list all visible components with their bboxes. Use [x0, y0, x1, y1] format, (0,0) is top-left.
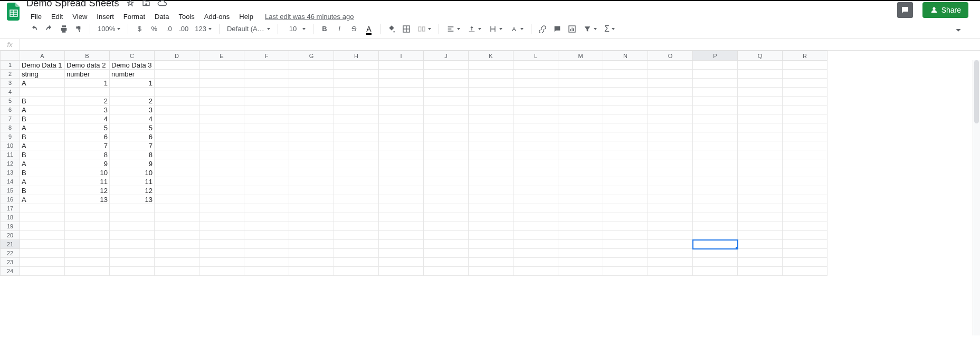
- insert-link-button[interactable]: [536, 22, 549, 36]
- cell-O2[interactable]: [648, 70, 693, 79]
- cell-L21[interactable]: [513, 240, 558, 249]
- cell-D19[interactable]: [155, 222, 199, 231]
- cell-C15[interactable]: 12: [110, 186, 155, 195]
- row-header-3[interactable]: 3: [1, 79, 20, 88]
- cell-B9[interactable]: 6: [65, 132, 110, 141]
- cell-I7[interactable]: [379, 114, 424, 123]
- cell-A2[interactable]: string: [20, 70, 65, 79]
- cell-E7[interactable]: [199, 114, 244, 123]
- cell-L16[interactable]: [513, 195, 558, 204]
- cell-I2[interactable]: [379, 70, 424, 79]
- cell-C11[interactable]: 8: [110, 150, 155, 159]
- more-formats-dropdown[interactable]: 123: [192, 22, 215, 36]
- undo-button[interactable]: [15, 23, 26, 35]
- cell-M23[interactable]: [558, 258, 603, 267]
- cell-J7[interactable]: [424, 114, 469, 123]
- cell-N9[interactable]: [603, 132, 648, 141]
- cell-N21[interactable]: [603, 240, 648, 249]
- cell-O19[interactable]: [648, 222, 693, 231]
- cell-E9[interactable]: [199, 132, 244, 141]
- cell-C23[interactable]: [110, 258, 155, 267]
- menu-tools[interactable]: Tools: [174, 12, 198, 22]
- cell-G11[interactable]: [289, 150, 334, 159]
- cell-L4[interactable]: [513, 88, 558, 97]
- cell-P8[interactable]: [693, 123, 738, 132]
- cell-G16[interactable]: [289, 195, 334, 204]
- font-family-dropdown[interactable]: Default (Ari...: [224, 22, 273, 36]
- share-button[interactable]: Share: [922, 2, 968, 18]
- cell-Q19[interactable]: [738, 222, 783, 231]
- cell-I17[interactable]: [379, 204, 424, 213]
- cell-F17[interactable]: [244, 204, 289, 213]
- cell-L13[interactable]: [513, 168, 558, 177]
- cell-F4[interactable]: [244, 88, 289, 97]
- bold-button[interactable]: B: [318, 22, 331, 36]
- cell-Q7[interactable]: [738, 114, 783, 123]
- cell-R13[interactable]: [783, 168, 827, 177]
- cell-M16[interactable]: [558, 195, 603, 204]
- cell-N14[interactable]: [603, 177, 648, 186]
- cell-B5[interactable]: 2: [65, 97, 110, 105]
- cell-F18[interactable]: [244, 213, 289, 222]
- cell-C21[interactable]: [110, 240, 155, 249]
- cell-F22[interactable]: [244, 249, 289, 258]
- cell-B20[interactable]: [65, 231, 110, 240]
- cell-Q1[interactable]: [738, 61, 783, 70]
- cell-I19[interactable]: [379, 222, 424, 231]
- cell-G12[interactable]: [289, 159, 334, 168]
- cell-K1[interactable]: [469, 61, 513, 70]
- cell-F1[interactable]: [244, 61, 289, 70]
- row-header-23[interactable]: 23: [1, 258, 20, 267]
- column-header-F[interactable]: F: [244, 51, 289, 61]
- cell-A24[interactable]: [20, 267, 65, 276]
- cell-M21[interactable]: [558, 240, 603, 249]
- cell-C1[interactable]: Demo Data 3: [110, 61, 155, 70]
- column-header-M[interactable]: M: [558, 51, 603, 61]
- cell-R11[interactable]: [783, 150, 827, 159]
- cell-L17[interactable]: [513, 204, 558, 213]
- cell-O24[interactable]: [648, 267, 693, 276]
- cell-K6[interactable]: [469, 105, 513, 114]
- h-align-dropdown[interactable]: [443, 22, 463, 36]
- paint-format-button[interactable]: [72, 22, 85, 36]
- italic-button[interactable]: I: [332, 22, 346, 36]
- cell-J3[interactable]: [424, 79, 469, 88]
- column-header-D[interactable]: D: [155, 51, 199, 61]
- cell-B1[interactable]: Demo data 2: [65, 61, 110, 70]
- cell-G8[interactable]: [289, 123, 334, 132]
- filter-dropdown[interactable]: [580, 22, 600, 36]
- cell-P9[interactable]: [693, 132, 738, 141]
- cell-Q23[interactable]: [738, 258, 783, 267]
- cell-I4[interactable]: [379, 88, 424, 97]
- redo-button[interactable]: [42, 22, 56, 36]
- cell-G5[interactable]: [289, 97, 334, 105]
- cell-K15[interactable]: [469, 186, 513, 195]
- row-header-19[interactable]: 19: [1, 222, 20, 231]
- cell-N6[interactable]: [603, 105, 648, 114]
- cell-O23[interactable]: [648, 258, 693, 267]
- cell-I22[interactable]: [379, 249, 424, 258]
- cell-A1[interactable]: Demo Data 1: [20, 61, 65, 70]
- row-header-21[interactable]: 21: [1, 240, 20, 249]
- cell-Q3[interactable]: [738, 79, 783, 88]
- cell-E22[interactable]: [199, 249, 244, 258]
- cell-L20[interactable]: [513, 231, 558, 240]
- cell-J22[interactable]: [424, 249, 469, 258]
- cell-A9[interactable]: B: [20, 132, 65, 141]
- cell-D8[interactable]: [155, 123, 199, 132]
- cell-P18[interactable]: [693, 213, 738, 222]
- cell-A23[interactable]: [20, 258, 65, 267]
- cell-D20[interactable]: [155, 231, 199, 240]
- cell-I3[interactable]: [379, 79, 424, 88]
- insert-chart-button[interactable]: [565, 22, 579, 36]
- cell-M6[interactable]: [558, 105, 603, 114]
- print-button[interactable]: [57, 22, 71, 36]
- cell-D18[interactable]: [155, 213, 199, 222]
- cell-C2[interactable]: number: [110, 70, 155, 79]
- cell-Q18[interactable]: [738, 213, 783, 222]
- cell-N23[interactable]: [603, 258, 648, 267]
- cell-A18[interactable]: [20, 213, 65, 222]
- column-header-P[interactable]: P: [693, 51, 738, 61]
- cell-D1[interactable]: [155, 61, 199, 70]
- cell-O10[interactable]: [648, 141, 693, 150]
